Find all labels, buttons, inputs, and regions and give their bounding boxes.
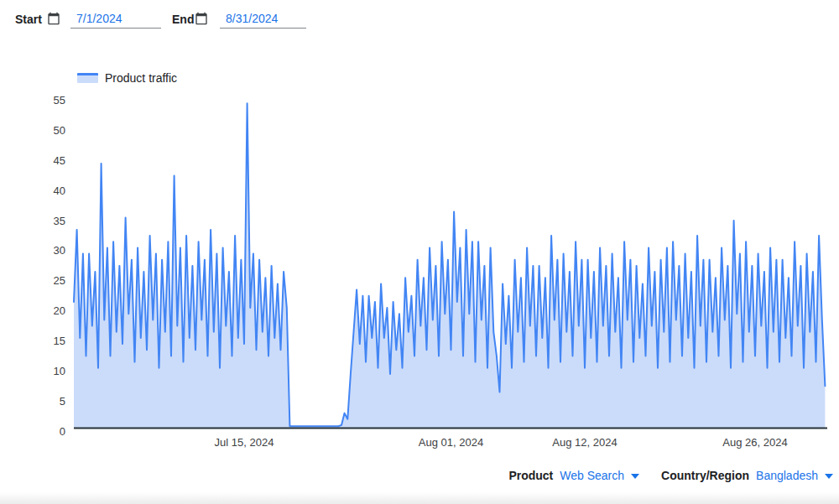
x-axis-tick-label: Aug 01, 2024: [401, 436, 502, 449]
product-label: Product: [508, 467, 553, 484]
y-axis-tick-label: 35: [32, 216, 65, 227]
y-axis-tick-label: 45: [32, 155, 65, 167]
y-axis-tick-label: 50: [32, 125, 65, 137]
chevron-down-icon: [825, 474, 833, 479]
region-select-value: Bangladesh: [756, 467, 818, 484]
product-select[interactable]: Web Search: [560, 467, 639, 484]
y-axis-tick-label: 25: [32, 275, 65, 287]
y-axis-tick-label: 0: [32, 426, 65, 438]
y-axis-tick-label: 5: [32, 396, 65, 408]
traffic-report-page: Start End Product traffic 05101520253035…: [0, 0, 839, 504]
y-axis-tick-label: 10: [32, 366, 65, 377]
x-axis-tick-label: Aug 12, 2024: [534, 436, 635, 449]
y-axis-tick-label: 55: [32, 95, 65, 107]
chevron-down-icon: [631, 474, 639, 479]
region-select[interactable]: Bangladesh: [756, 467, 833, 484]
y-axis-tick-label: 30: [32, 245, 65, 257]
product-select-value: Web Search: [560, 467, 624, 484]
x-axis-tick-label: Jul 15, 2024: [194, 436, 294, 449]
y-axis-tick-label: 20: [32, 305, 65, 317]
bottom-scroll-fade: [0, 492, 839, 504]
traffic-area-chart[interactable]: [0, 0, 839, 504]
chart-filters: Product Web Search Country/Region Bangla…: [508, 467, 833, 484]
x-axis-tick-label: Aug 26, 2024: [705, 436, 805, 449]
region-label: Country/Region: [661, 467, 749, 484]
y-axis-tick-label: 40: [32, 185, 65, 197]
y-axis-tick-label: 15: [32, 335, 65, 347]
